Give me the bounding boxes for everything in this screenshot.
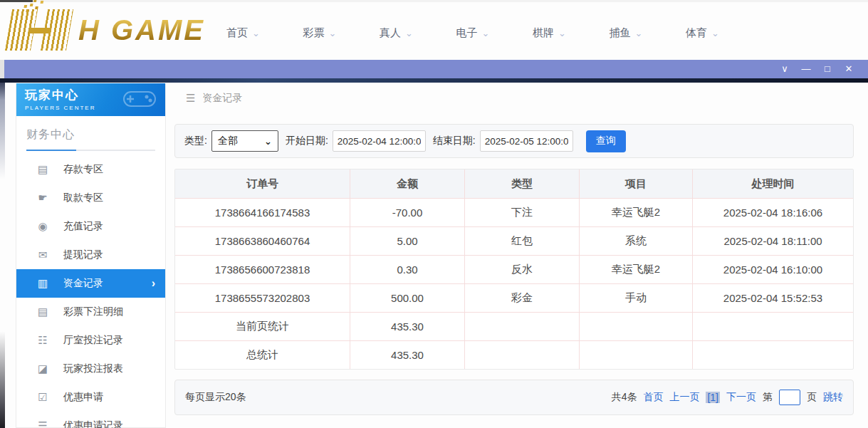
list-icon: ☷ xyxy=(36,334,49,347)
sidebar-item-deposit-zone[interactable]: ▤ 存款专区 xyxy=(16,155,165,184)
table-row: 1738663860460764 5.00 红包 系统 2025-02-04 1… xyxy=(175,226,853,255)
column-header: 金额 xyxy=(350,169,465,198)
sidebar-section-title: 财务中心 xyxy=(16,116,165,150)
logo-striped-h-icon xyxy=(4,9,76,51)
page-number-input[interactable] xyxy=(779,390,800,405)
sidebar-item-hall-bet-records[interactable]: ☷ 厅室投注记录 xyxy=(16,326,165,355)
summary-amount: 435.30 xyxy=(350,313,465,340)
funds-icon: ▥ xyxy=(36,277,49,290)
cell-project: 幸运飞艇2 xyxy=(580,199,693,226)
column-header: 类型 xyxy=(465,169,580,198)
list-icon: ☰ xyxy=(36,419,49,428)
nav-label: 首页 xyxy=(226,26,248,40)
sidebar-item-label: 彩票下注明细 xyxy=(63,306,123,318)
type-select[interactable]: 全部 ⌄ xyxy=(211,130,278,152)
chevron-down-icon: ⌄ xyxy=(635,28,643,38)
gamepad-icon xyxy=(121,86,158,112)
summary-empty xyxy=(465,341,580,369)
sidebar-item-label: 优惠申请记录 xyxy=(63,419,123,428)
summary-label: 总统计 xyxy=(175,341,350,369)
nav-item-sports[interactable]: 体育 ⌄ xyxy=(686,26,719,40)
cell-order-no: 1738664166174583 xyxy=(175,199,350,226)
sidebar-item-withdraw-zone[interactable]: ☛ 取款专区 xyxy=(16,184,165,212)
cell-time: 2025-02-04 18:16:06 xyxy=(693,199,853,226)
hamburger-menu-icon[interactable]: ☰ xyxy=(186,92,195,105)
cell-project: 幸运飞艇2 xyxy=(580,256,693,283)
prev-page-link[interactable]: 上一页 xyxy=(669,391,699,404)
sidebar-item-label: 提现记录 xyxy=(63,249,103,261)
nav-item-slots[interactable]: 电子 ⌄ xyxy=(456,26,490,40)
total-count-text: 共4条 xyxy=(612,391,637,404)
cell-amount: 0.30 xyxy=(350,256,465,283)
nav-item-fishing[interactable]: 捕鱼 ⌄ xyxy=(610,26,643,40)
per-page-text: 每页显示20条 xyxy=(185,391,246,404)
nav-item-boardgames[interactable]: 棋牌 ⌄ xyxy=(533,26,566,40)
maximize-icon[interactable]: □ xyxy=(817,60,838,78)
sidebar-item-label: 厅室投注记录 xyxy=(63,334,123,347)
page-title: 资金记录 xyxy=(202,92,242,105)
nav-item-lottery[interactable]: 彩票 ⌄ xyxy=(303,26,337,40)
cell-time: 2025-02-04 15:52:53 xyxy=(693,284,853,312)
sidebar-item-lottery-bet-details[interactable]: ▤ 彩票下注明细 xyxy=(16,298,165,326)
sidebar-item-label: 存款专区 xyxy=(63,163,103,176)
document-list-icon: ▤ xyxy=(36,306,49,318)
chevron-down-icon: ⌄ xyxy=(711,28,719,38)
cell-order-no: 1738655573202803 xyxy=(175,284,350,312)
chevron-down-icon: ⌄ xyxy=(329,28,337,38)
sidebar-item-recharge-records[interactable]: ◉ 充值记录 xyxy=(16,212,165,241)
cell-order-no: 1738656600723818 xyxy=(175,256,350,283)
minimize-icon[interactable]: — xyxy=(795,60,817,78)
filter-bar: 类型: 全部 ⌄ 开始日期: 结束日期: 查询 xyxy=(174,124,854,158)
sidebar-item-label: 玩家投注报表 xyxy=(63,362,123,375)
table-row: 1738664166174583 -70.00 下注 幸运飞艇2 2025-02… xyxy=(175,198,853,226)
pagination-controls: 共4条 首页 上一页 [1] 下一页 第 页 跳转 xyxy=(612,390,843,405)
sidebar-item-withdrawal-records[interactable]: ✉ 提现记录 xyxy=(16,241,165,269)
end-date-input[interactable] xyxy=(480,130,573,152)
sidebar-item-label: 资金记录 xyxy=(63,277,103,290)
sidebar-item-funds-records[interactable]: ▥ 资金记录 › xyxy=(16,269,165,298)
site-header: H GAME 首页 ⌄ 彩票 ⌄ 真人 ⌄ 电子 ⌄ 棋牌 ⌄ xyxy=(0,2,868,60)
sidebar-item-label: 优惠申请 xyxy=(63,391,103,404)
column-header: 处理时间 xyxy=(693,169,853,198)
site-logo: H GAME xyxy=(7,9,205,51)
summary-empty xyxy=(580,313,693,340)
chevron-down-icon: ⌄ xyxy=(405,28,413,38)
search-button[interactable]: 查询 xyxy=(586,130,626,152)
table-summary-row-page: 当前页统计 435.30 xyxy=(175,312,853,340)
cell-order-no: 1738663860460764 xyxy=(175,227,350,255)
close-icon[interactable]: ✕ xyxy=(838,60,859,78)
nav-item-live[interactable]: 真人 ⌄ xyxy=(380,26,413,40)
current-page-indicator: [1] xyxy=(706,392,720,403)
chevron-down-icon: ⌄ xyxy=(482,28,490,38)
summary-amount: 435.30 xyxy=(350,341,465,369)
start-date-input[interactable] xyxy=(333,130,426,152)
next-page-link[interactable]: 下一页 xyxy=(726,391,756,404)
collapse-icon[interactable]: ∨ xyxy=(774,60,795,78)
nav-label: 体育 xyxy=(686,26,707,40)
cell-type: 下注 xyxy=(465,199,580,226)
sidebar-item-label: 充值记录 xyxy=(63,220,103,233)
sidebar-item-promo-apply[interactable]: ☑ 优惠申请 xyxy=(16,383,165,412)
page: H GAME 首页 ⌄ 彩票 ⌄ 真人 ⌄ 电子 ⌄ 棋牌 ⌄ xyxy=(0,0,868,428)
column-header: 订单号 xyxy=(175,169,350,198)
summary-empty xyxy=(693,313,853,340)
first-page-link[interactable]: 首页 xyxy=(643,391,663,404)
funds-table: 订单号 金额 类型 项目 处理时间 1738664166174583 -70.0… xyxy=(174,169,854,370)
cell-time: 2025-02-04 18:11:00 xyxy=(693,227,853,255)
sidebar: 玩家中心 PLAYERS CENTER 财务中心 ▤ 存款专区 ☛ 取款专区 ◉… xyxy=(16,83,166,428)
deposit-card-icon: ▤ xyxy=(36,163,49,176)
sidebar-item-promo-apply-records[interactable]: ☰ 优惠申请记录 xyxy=(16,412,165,428)
main-panel: ☰ 资金记录 类型: 全部 ⌄ 开始日期: 结束日期: 查询 订单号 金额 类型… xyxy=(174,83,854,428)
sidebar-item-player-bet-report[interactable]: ◪ 玩家投注报表 xyxy=(16,355,165,383)
nav-label: 电子 xyxy=(456,26,478,40)
nav-item-home[interactable]: 首页 ⌄ xyxy=(226,26,260,40)
cell-amount: 5.00 xyxy=(350,227,465,255)
chevron-down-icon: ⌄ xyxy=(558,28,566,38)
sidebar-header: 玩家中心 PLAYERS CENTER xyxy=(16,83,165,116)
summary-label: 当前页统计 xyxy=(175,313,350,340)
summary-empty xyxy=(580,341,693,369)
chevron-down-icon: ⌄ xyxy=(264,136,272,147)
main-nav: 首页 ⌄ 彩票 ⌄ 真人 ⌄ 电子 ⌄ 棋牌 ⌄ 捕鱼 ⌄ xyxy=(226,4,719,62)
sidebar-item-label: 取款专区 xyxy=(63,192,103,204)
jump-link[interactable]: 跳转 xyxy=(823,391,843,404)
